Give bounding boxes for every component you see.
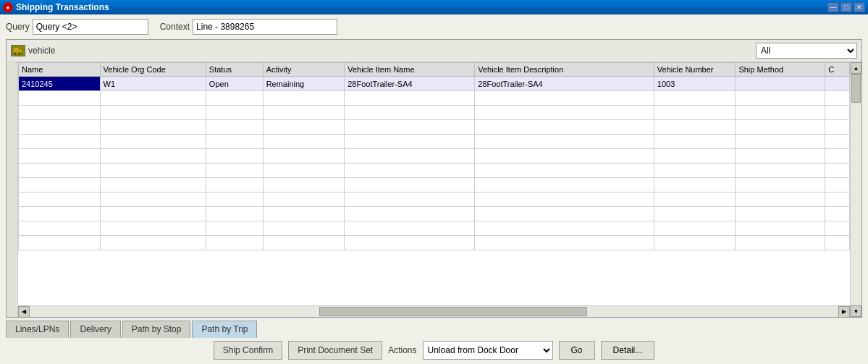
section-title: vehicle bbox=[28, 46, 55, 56]
cell-empty bbox=[263, 106, 345, 120]
minimize-button[interactable]: — bbox=[827, 2, 839, 12]
cell-empty bbox=[100, 106, 206, 120]
cell-empty bbox=[825, 106, 850, 120]
cell-status: Open bbox=[206, 77, 263, 91]
cell-empty bbox=[19, 106, 101, 120]
cell-empty bbox=[736, 120, 825, 135]
hscroll-thumb[interactable] bbox=[319, 307, 587, 316]
window-controls[interactable]: — □ ✕ bbox=[827, 2, 865, 12]
cell-empty bbox=[654, 106, 736, 120]
table-row-empty bbox=[19, 207, 850, 221]
cell-empty bbox=[263, 149, 345, 164]
tab-path-by-stop[interactable]: Path by Stop bbox=[122, 321, 191, 338]
detail-button[interactable]: Detail... bbox=[601, 341, 655, 360]
cell-empty bbox=[736, 207, 825, 221]
cell-empty bbox=[345, 135, 475, 149]
cell-empty bbox=[736, 221, 825, 236]
cell-empty bbox=[263, 178, 345, 192]
cell-empty bbox=[825, 192, 850, 207]
cell-empty bbox=[736, 135, 825, 149]
vertical-scrollbar[interactable]: ▲ ▼ bbox=[850, 62, 861, 317]
print-document-button[interactable]: Print Document Set bbox=[288, 341, 382, 360]
table-row-empty bbox=[19, 164, 850, 178]
cell-empty bbox=[475, 192, 654, 207]
cell-empty bbox=[100, 236, 206, 250]
context-input[interactable] bbox=[193, 19, 337, 35]
cell-empty bbox=[654, 135, 736, 149]
cell-empty bbox=[100, 135, 206, 149]
cell-empty bbox=[736, 192, 825, 207]
cell-name: 2410245 bbox=[19, 77, 101, 91]
col-header-vehiclenum: Vehicle Number bbox=[654, 63, 736, 77]
cell-empty bbox=[345, 207, 475, 221]
tab-path-by-trip[interactable]: Path by Trip bbox=[192, 321, 257, 338]
cell-empty bbox=[345, 236, 475, 250]
cell-empty bbox=[475, 135, 654, 149]
col-header-shipmethod: Ship Method bbox=[736, 63, 825, 77]
actions-select[interactable]: Unload from Dock Door bbox=[423, 341, 553, 360]
cell-shipmethod bbox=[736, 77, 825, 91]
cell-empty bbox=[825, 207, 850, 221]
cell-empty bbox=[100, 178, 206, 192]
table-row-empty bbox=[19, 178, 850, 192]
close-button[interactable]: ✕ bbox=[854, 2, 865, 12]
cell-vehiclenum: 1003 bbox=[654, 77, 736, 91]
query-input[interactable] bbox=[33, 19, 148, 35]
cell-empty bbox=[654, 178, 736, 192]
col-header-c: C bbox=[825, 63, 850, 77]
vscroll-up-button[interactable]: ▲ bbox=[851, 62, 861, 74]
cell-itemname: 28FootTrailer-SA4 bbox=[345, 77, 475, 91]
cell-orgcode: W1 bbox=[100, 77, 206, 91]
tabs-row: Lines/LPNs Delivery Path by Stop Path by… bbox=[6, 321, 862, 338]
top-bar: Query Context bbox=[6, 19, 862, 35]
go-button[interactable]: Go bbox=[559, 341, 595, 360]
vscroll-track[interactable] bbox=[851, 74, 861, 305]
ship-confirm-button[interactable]: Ship Confirm bbox=[214, 341, 282, 360]
vscroll-thumb[interactable] bbox=[851, 74, 861, 103]
svg-point-3 bbox=[19, 53, 21, 55]
cell-empty bbox=[475, 120, 654, 135]
filter-select[interactable]: All bbox=[756, 43, 857, 59]
table-row[interactable]: 2410245W1OpenRemaining28FootTrailer-SA42… bbox=[19, 77, 850, 91]
tab-lines-lpns[interactable]: Lines/LPNs bbox=[6, 321, 69, 338]
cell-empty bbox=[345, 192, 475, 207]
cell-empty bbox=[19, 236, 101, 250]
actions-bar: Ship Confirm Print Document Set Actions … bbox=[6, 341, 862, 360]
col-header-orgcode: Vehicle Org Code bbox=[100, 63, 206, 77]
query-group: Query bbox=[6, 19, 148, 35]
cell-empty bbox=[475, 221, 654, 236]
svg-point-2 bbox=[14, 53, 17, 55]
cell-empty bbox=[100, 91, 206, 106]
table-header-bar: vehicle All bbox=[7, 40, 861, 62]
window-title: Shipping Transactions bbox=[16, 2, 109, 12]
grid-container: Name Vehicle Org Code Status Activity Ve… bbox=[7, 62, 861, 317]
cell-empty bbox=[206, 149, 263, 164]
cell-empty bbox=[475, 164, 654, 178]
hscroll-right-button[interactable]: ▶ bbox=[838, 306, 850, 318]
svg-rect-1 bbox=[14, 48, 19, 51]
table-row-empty bbox=[19, 106, 850, 120]
hscroll-track[interactable] bbox=[30, 306, 838, 317]
cell-empty bbox=[475, 106, 654, 120]
horizontal-scrollbar[interactable]: ◀ ▶ bbox=[18, 305, 850, 317]
cell-empty bbox=[825, 221, 850, 236]
hscroll-left-button[interactable]: ◀ bbox=[18, 306, 30, 318]
cell-empty bbox=[206, 135, 263, 149]
cell-empty bbox=[736, 178, 825, 192]
tab-delivery[interactable]: Delivery bbox=[70, 321, 120, 338]
cell-empty bbox=[206, 120, 263, 135]
maximize-button[interactable]: □ bbox=[840, 2, 852, 12]
vscroll-down-button[interactable]: ▼ bbox=[851, 305, 861, 317]
cell-empty bbox=[654, 91, 736, 106]
cell-empty bbox=[206, 221, 263, 236]
cell-empty bbox=[825, 164, 850, 178]
cell-empty bbox=[736, 236, 825, 250]
cell-empty bbox=[825, 120, 850, 135]
cell-empty bbox=[263, 207, 345, 221]
cell-empty bbox=[206, 91, 263, 106]
cell-empty bbox=[206, 164, 263, 178]
table-row-empty bbox=[19, 149, 850, 164]
cell-empty bbox=[736, 106, 825, 120]
cell-empty bbox=[19, 192, 101, 207]
cell-empty bbox=[263, 192, 345, 207]
